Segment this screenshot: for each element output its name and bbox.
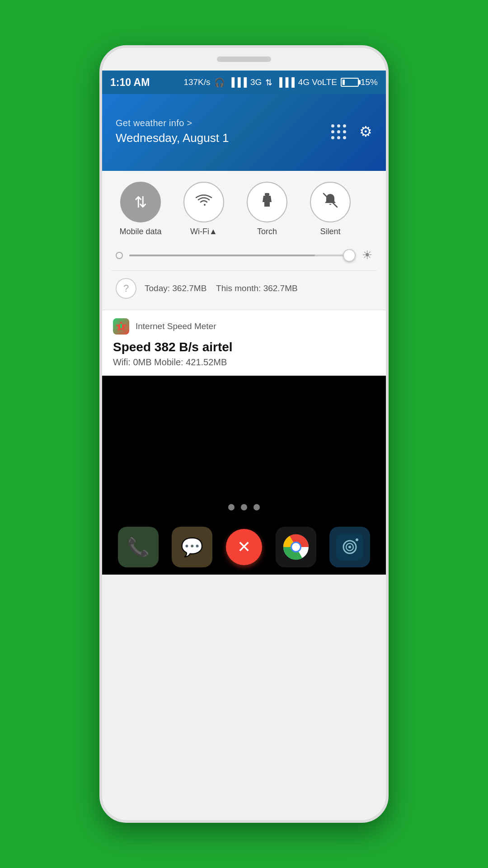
- status-right: 137K/s 🎧 ▐▐▐ 3G ⇅ ▐▐▐ 4G VoLTE 15%: [183, 77, 378, 88]
- brightness-slider-thumb[interactable]: [343, 249, 356, 262]
- mobile-data-icon: ⇅: [134, 193, 147, 211]
- month-value: 362.7MB: [263, 283, 298, 293]
- grid-icon[interactable]: [331, 124, 346, 139]
- data-usage-icon: ?: [116, 278, 136, 299]
- page-dots: [228, 504, 260, 510]
- signal-strength-icon: ▐▐▐: [229, 77, 247, 87]
- torch-circle: [247, 182, 287, 222]
- dock-messages-icon[interactable]: 💬: [172, 527, 212, 567]
- mobile-data-circle: ⇅: [120, 182, 161, 222]
- status-time: 1:10 AM: [110, 76, 150, 89]
- brightness-row: ☀: [111, 245, 377, 265]
- wifi-circle: [183, 182, 224, 222]
- phone-bottom-bar: [102, 575, 386, 597]
- silent-icon: [322, 192, 338, 212]
- svg-rect-2: [120, 324, 122, 328]
- status-bar: 1:10 AM 137K/s 🎧 ▐▐▐ 3G ⇅ ▐▐▐ 4G VoLTE 1…: [102, 71, 386, 94]
- page-dot-1: [228, 504, 235, 510]
- settings-icon[interactable]: ⚙: [359, 123, 372, 140]
- dock-chrome-icon[interactable]: [276, 527, 316, 567]
- wifi-label: Wi-Fi▲: [190, 227, 217, 236]
- torch-icon: [259, 192, 275, 212]
- battery-fill: [343, 80, 345, 85]
- brightness-low-icon: [116, 252, 123, 259]
- dock-camera-icon[interactable]: [329, 527, 370, 567]
- brightness-high-icon: ☀: [362, 248, 372, 262]
- speaker-bar: [217, 57, 271, 62]
- month-label: This month:: [216, 283, 261, 293]
- notification-header: Internet Speed Meter: [113, 318, 375, 335]
- fab-close-button[interactable]: ✕: [226, 529, 262, 565]
- notification-subtitle: Wifi: 0MB Mobile: 421.52MB: [113, 357, 375, 368]
- weather-left: Get weather info > Wednesday, August 1: [116, 118, 229, 145]
- speed-meter-notification[interactable]: Internet Speed Meter Speed 382 B/s airte…: [102, 310, 386, 376]
- wifi-toggle[interactable]: Wi-Fi▲: [174, 182, 233, 236]
- wifi-icon: [195, 193, 212, 211]
- headphone-icon: 🎧: [214, 77, 225, 88]
- phone-frame: 1:10 AM 137K/s 🎧 ▐▐▐ 3G ⇅ ▐▐▐ 4G VoLTE 1…: [99, 45, 389, 823]
- notification-title: Speed 382 B/s airtel: [113, 340, 375, 354]
- speed-meter-app-icon: [113, 318, 129, 335]
- dock-phone-icon[interactable]: 📞: [118, 527, 159, 567]
- today-value: 362.7MB: [172, 283, 206, 293]
- page-dot-3: [253, 504, 260, 510]
- torch-toggle[interactable]: Torch: [238, 182, 296, 236]
- battery-percent: 15%: [361, 77, 378, 87]
- svg-point-10: [356, 538, 358, 541]
- weather-header: Get weather info > Wednesday, August 1 ⚙: [102, 94, 386, 171]
- quick-settings-panel: ⇅ Mobile data Wi-Fi▲: [102, 171, 386, 310]
- network-type-3g: 3G: [250, 77, 262, 87]
- battery-indicator: 15%: [341, 77, 378, 87]
- silent-toggle[interactable]: Silent: [301, 182, 360, 236]
- network-speed: 137K/s: [183, 77, 210, 87]
- network-type-4g: 4G VoLTE: [298, 77, 337, 87]
- svg-point-5: [292, 543, 300, 551]
- silent-label: Silent: [320, 227, 340, 236]
- header-icons: ⚙: [331, 123, 372, 140]
- signal-strength-2-icon: ▐▐▐: [276, 77, 294, 87]
- data-transfer-icon: ⇅: [265, 77, 272, 88]
- weather-link[interactable]: Get weather info >: [116, 118, 229, 128]
- mobile-data-label: Mobile data: [119, 227, 161, 236]
- quick-toggle-row: ⇅ Mobile data Wi-Fi▲: [111, 182, 377, 236]
- today-label: Today:: [145, 283, 170, 293]
- battery-icon: [341, 78, 359, 87]
- home-screen: 📞 💬 ✕: [102, 376, 386, 575]
- phone-top-bar: [102, 48, 386, 71]
- mobile-data-toggle[interactable]: ⇅ Mobile data: [111, 182, 170, 236]
- brightness-slider-fill: [129, 255, 315, 256]
- app-name: Internet Speed Meter: [136, 321, 216, 331]
- svg-rect-0: [265, 193, 269, 196]
- data-usage-row: ? Today: 362.7MB This month: 362.7MB: [111, 270, 377, 301]
- page-dot-2: [241, 504, 247, 510]
- svg-point-9: [348, 546, 351, 548]
- dock: 📞 💬 ✕: [102, 519, 386, 575]
- brightness-slider-track[interactable]: [129, 255, 356, 256]
- weather-date: Wednesday, August 1: [116, 131, 229, 145]
- data-usage-text: Today: 362.7MB This month: 362.7MB: [145, 283, 298, 293]
- torch-label: Torch: [257, 227, 277, 236]
- silent-circle: [310, 182, 351, 222]
